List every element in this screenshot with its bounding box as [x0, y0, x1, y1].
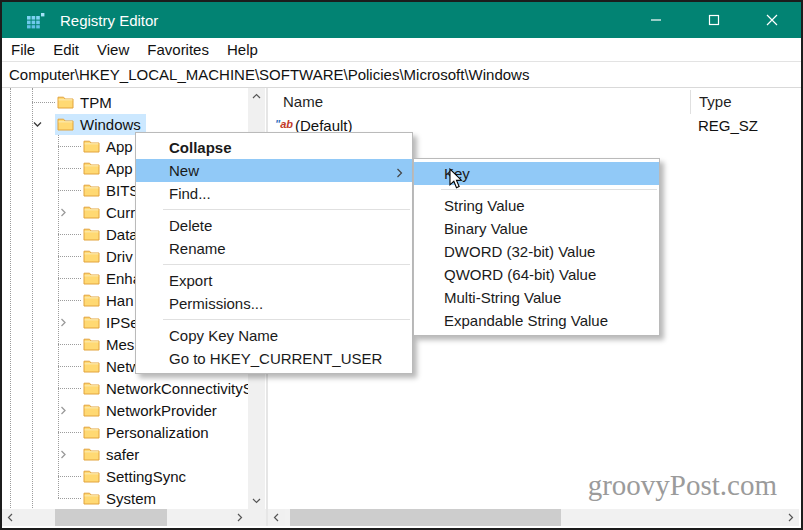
tree-connector	[58, 223, 81, 245]
folder-icon	[83, 315, 100, 329]
tree-item-content[interactable]: SettingSync	[81, 466, 191, 487]
tree-item-content[interactable]: Driv	[81, 246, 138, 267]
tree-connector	[58, 465, 81, 487]
tree-horizontal-scrollbar[interactable]	[2, 509, 248, 526]
menu-item-find-[interactable]: Find...	[136, 182, 412, 205]
tree-item-content[interactable]: TPM	[55, 92, 117, 113]
tree-item-label: Han	[106, 292, 134, 309]
value-type: REG_SZ	[698, 117, 758, 134]
tree-item-label: App	[106, 160, 133, 177]
tree-connector	[32, 91, 55, 113]
folder-icon	[83, 403, 100, 417]
folder-icon	[83, 425, 100, 439]
scrollbar-thumb[interactable]	[55, 509, 167, 526]
menu-separator	[163, 209, 410, 210]
tree-item-content[interactable]: System	[81, 488, 161, 509]
tree-item-networkprovider[interactable]: NetworkProvider	[58, 399, 246, 421]
column-header-type[interactable]: Type	[699, 93, 732, 110]
menu-item-expandable-string-value[interactable]: Expandable String Value	[414, 309, 659, 332]
menu-separator	[441, 189, 657, 190]
folder-icon	[83, 183, 100, 197]
scrollbar-corner	[248, 509, 266, 526]
scroll-left-button[interactable]	[2, 509, 19, 526]
tree-item-content[interactable]: App	[81, 158, 138, 179]
menu-separator	[163, 264, 410, 265]
tree-item-content[interactable]: Mes	[81, 334, 139, 355]
folder-icon	[83, 293, 100, 307]
address-bar[interactable]: Computer\HKEY_LOCAL_MACHINE\SOFTWARE\Pol…	[2, 62, 801, 88]
menu-item-go-to-hkey-current-user[interactable]: Go to HKEY_CURRENT_USER	[136, 347, 412, 370]
tree-item-personalization[interactable]: Personalization	[58, 421, 246, 443]
tree-item-content[interactable]: Windows	[55, 114, 146, 135]
tree-connector	[58, 267, 81, 289]
menu-item-binary-value[interactable]: Binary Value	[414, 217, 659, 240]
close-button[interactable]	[743, 2, 801, 38]
scrollbar-thumb[interactable]	[290, 509, 561, 526]
tree-item-networkconnectivitys[interactable]: NetworkConnectivityS	[58, 377, 246, 399]
menu-item-label: Multi-String Value	[444, 289, 561, 306]
tree-connector	[58, 377, 81, 399]
chevron-right-icon[interactable]	[58, 201, 81, 223]
column-header-name[interactable]: Name	[283, 93, 323, 110]
chevron-right-icon[interactable]	[58, 399, 81, 421]
string-value-icon: "ab	[275, 118, 293, 130]
tree-item-label: App	[106, 138, 133, 155]
tree-connector	[58, 157, 81, 179]
window-controls	[627, 2, 801, 38]
menubar-item-favorites[interactable]: Favorites	[138, 41, 218, 58]
address-path: Computer\HKEY_LOCAL_MACHINE\SOFTWARE\Pol…	[9, 66, 529, 83]
tree-item-content[interactable]: NetworkConnectivityS	[81, 378, 258, 399]
menu-item-string-value[interactable]: String Value	[414, 194, 659, 217]
chevron-right-icon[interactable]	[58, 443, 81, 465]
tree-item-safer[interactable]: safer	[58, 443, 246, 465]
tree-item-content[interactable]: Curr	[81, 202, 140, 223]
menu-item-permissions-[interactable]: Permissions...	[136, 292, 412, 315]
tree-item-content[interactable]: Han	[81, 290, 139, 311]
menu-item-export[interactable]: Export	[136, 269, 412, 292]
tree-item-content[interactable]: NetworkProvider	[81, 400, 222, 421]
maximize-button[interactable]	[685, 2, 743, 38]
menubar: FileEditViewFavoritesHelp	[2, 38, 801, 62]
list-header: Name Type	[268, 88, 799, 116]
tree-item-content[interactable]: Personalization	[81, 422, 214, 443]
tree-item-content[interactable]: App	[81, 136, 138, 157]
tree-connector	[58, 487, 81, 509]
scroll-left-button[interactable]	[268, 509, 285, 526]
menu-item-multi-string-value[interactable]: Multi-String Value	[414, 286, 659, 309]
registry-editor-window: Registry Editor FileEditViewFavoritesHel…	[0, 0, 803, 530]
tree-item-label: Mes	[106, 336, 134, 353]
menubar-item-view[interactable]: View	[88, 41, 138, 58]
menu-item-collapse[interactable]: Collapse	[136, 136, 412, 159]
values-horizontal-scrollbar[interactable]	[268, 509, 799, 526]
scroll-right-button[interactable]	[231, 509, 248, 526]
tree-connector	[58, 135, 81, 157]
menu-item-label: New	[169, 162, 199, 179]
context-menu: CollapseNewFind...DeleteRenameExportPerm…	[135, 132, 413, 374]
tree-item-label: Personalization	[106, 424, 209, 441]
menubar-item-file[interactable]: File	[2, 41, 44, 58]
registry-editor-icon	[26, 11, 46, 29]
menu-item-new[interactable]: New	[136, 159, 412, 182]
menu-item-copy-key-name[interactable]: Copy Key Name	[136, 324, 412, 347]
tree-connector	[58, 421, 81, 443]
scroll-right-button[interactable]	[782, 509, 799, 526]
menu-item-rename[interactable]: Rename	[136, 237, 412, 260]
tree-item-settingsync[interactable]: SettingSync	[58, 465, 246, 487]
tree-item-content[interactable]: safer	[81, 444, 144, 465]
scroll-up-button[interactable]	[248, 88, 265, 105]
menu-item-dword-32-bit-value[interactable]: DWORD (32-bit) Value	[414, 240, 659, 263]
tree-item-system[interactable]: System	[58, 487, 246, 509]
tree-item-tpm[interactable]: TPM	[32, 91, 246, 113]
tree-item-label: Driv	[106, 248, 133, 265]
chevron-down-icon[interactable]	[32, 113, 55, 135]
minimize-button[interactable]	[627, 2, 685, 38]
menubar-item-edit[interactable]: Edit	[44, 41, 88, 58]
tree-item-content[interactable]: Data	[81, 224, 143, 245]
menu-item-delete[interactable]: Delete	[136, 214, 412, 237]
chevron-right-icon[interactable]	[58, 311, 81, 333]
tree-item-label: IPSe	[106, 314, 139, 331]
menubar-item-help[interactable]: Help	[218, 41, 267, 58]
menu-item-qword-64-bit-value[interactable]: QWORD (64-bit) Value	[414, 263, 659, 286]
scroll-down-button[interactable]	[248, 492, 265, 509]
column-divider[interactable]	[690, 90, 691, 114]
